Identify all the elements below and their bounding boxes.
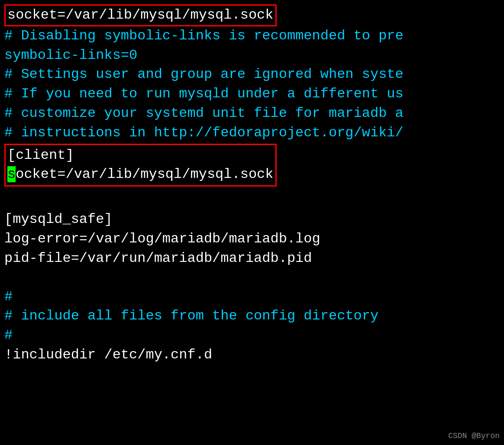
empty-line-3 — [4, 268, 504, 287]
code-line-comment-2: # Settings user and group are ignored wh… — [4, 65, 504, 84]
code-line-hash-2: # — [4, 326, 504, 345]
code-line-includedir: !includedir /etc/my.cnf.d — [4, 345, 504, 365]
code-line-pid-file: pid-file=/var/run/mariadb/mariadb.pid — [4, 249, 504, 268]
code-line-comment-1: # Disabling symbolic-links is recommende… — [4, 26, 504, 46]
code-line-include-comment: # include all files from the config dire… — [4, 306, 504, 326]
cursor-char: s — [7, 166, 16, 182]
code-line-socket-client: socket=/var/lib/mysql/mysql.sock — [7, 165, 274, 184]
code-line-hash-1: # — [4, 287, 504, 307]
code-line-client: [client] — [7, 146, 274, 165]
empty-line-1 — [4, 187, 504, 206]
socket-box-1: socket=/var/lib/mysql/mysql.sock — [4, 4, 277, 26]
code-line-mysqld-safe: [mysqld_safe] — [4, 210, 504, 229]
empty-line-2 — [4, 206, 504, 210]
code-line-socket-mysqld: socket=/var/lib/mysql/mysql.sock — [4, 4, 504, 26]
code-viewer: socket=/var/lib/mysql/mysql.sock # Disab… — [0, 0, 504, 445]
code-line-log-error: log-error=/var/log/mariadb/mariadb.log — [4, 229, 504, 249]
code-line-comment-4: # customize your systemd unit file for m… — [4, 104, 504, 123]
client-section-box: [client] socket=/var/lib/mysql/mysql.soc… — [4, 144, 277, 187]
code-line-comment-5: # instructions in http://fedoraproject.o… — [4, 123, 504, 143]
code-line-comment-3: # If you need to run mysqld under a diff… — [4, 84, 504, 104]
watermark-text: CSDN @Byron — [448, 431, 500, 442]
code-line-symlinks: symbolic-links=0 — [4, 46, 504, 65]
